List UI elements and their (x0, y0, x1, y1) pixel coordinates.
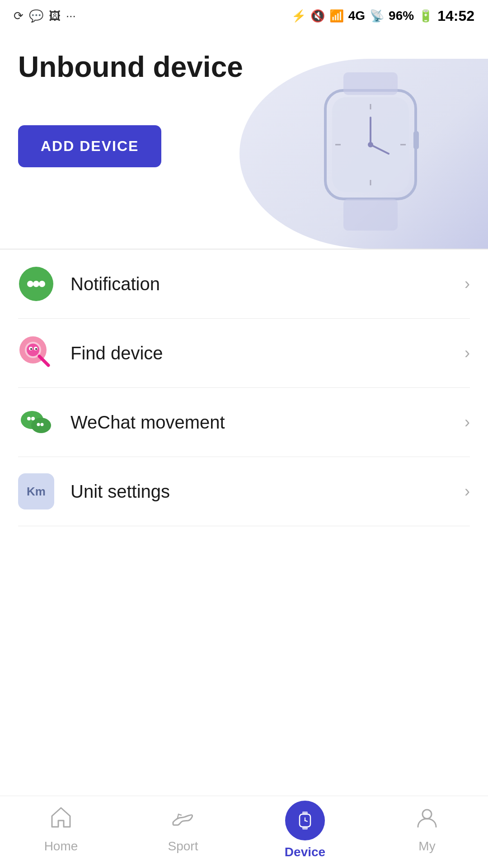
sport-icon (171, 806, 195, 835)
signal-icon: 📡 (370, 9, 384, 23)
menu-item-unit-settings[interactable]: Km Unit settings › (18, 457, 470, 526)
my-icon (415, 806, 439, 835)
unit-settings-icon: Km (18, 473, 54, 509)
watch-face (298, 72, 443, 235)
message-icon: 💬 (29, 9, 43, 23)
my-label: My (418, 839, 435, 854)
mute-icon: 🔇 (310, 9, 325, 23)
wechat-label: WeChat movement (70, 412, 225, 433)
watch-illustration (239, 59, 488, 249)
svg-point-22 (30, 348, 32, 350)
nav-item-sport[interactable]: Sport (122, 806, 244, 858)
nav-item-home[interactable]: Home (0, 806, 122, 858)
wechat-chevron: › (465, 413, 470, 432)
find-device-icon (18, 335, 54, 371)
svg-point-25 (27, 417, 31, 420)
status-bar: ⟳ 💬 🖼 ··· ⚡ 🔇 📶 4G 📡 96% 🔋 14:52 (0, 0, 488, 32)
menu-list: Notification › (0, 250, 488, 526)
status-right-icons: ⚡ 🔇 📶 4G 📡 96% 🔋 14:52 (291, 8, 474, 24)
svg-point-10 (368, 142, 373, 147)
header-section: Unbound device (0, 32, 488, 249)
nav-item-device[interactable]: Device (244, 801, 366, 864)
home-icon (49, 806, 73, 835)
notification-chevron: › (465, 274, 470, 293)
status-left-icons: ⟳ 💬 🖼 ··· (14, 9, 76, 23)
find-device-chevron: › (465, 344, 470, 363)
menu-item-wechat[interactable]: WeChat movement › (18, 388, 470, 457)
svg-rect-11 (413, 131, 419, 149)
svg-rect-32 (302, 826, 308, 830)
sport-label: Sport (168, 839, 198, 854)
bottom-navigation: Home Sport Device (0, 796, 488, 868)
bluetooth-icon: ⚡ (291, 9, 306, 23)
network-label: 4G (348, 9, 365, 23)
svg-point-23 (35, 348, 37, 350)
page-title: Unbound device (18, 50, 470, 85)
svg-point-36 (422, 810, 432, 819)
time-display: 14:52 (437, 8, 474, 24)
svg-rect-2 (343, 199, 398, 231)
device-active-icon (285, 801, 325, 840)
svg-point-35 (305, 820, 306, 821)
add-device-button[interactable]: ADD DEVICE (18, 125, 161, 167)
svg-point-18 (27, 344, 39, 356)
battery-label: 96% (389, 9, 414, 23)
home-label: Home (44, 839, 78, 854)
notification-label: Notification (70, 274, 160, 294)
svg-point-13 (27, 281, 33, 287)
svg-point-29 (41, 423, 44, 426)
wifi-icon: 📶 (329, 9, 344, 23)
menu-item-notification[interactable]: Notification › (18, 250, 470, 319)
clock-icon: ⟳ (14, 9, 23, 23)
nav-item-my[interactable]: My (366, 806, 488, 858)
more-icon: ··· (66, 9, 76, 23)
find-device-label: Find device (70, 343, 163, 363)
svg-point-14 (33, 281, 39, 287)
svg-rect-31 (302, 811, 308, 815)
wechat-icon (18, 404, 54, 440)
svg-point-28 (37, 423, 40, 426)
svg-point-15 (39, 281, 45, 287)
menu-item-find-device[interactable]: Find device › (18, 319, 470, 388)
unit-settings-chevron: › (465, 482, 470, 501)
notification-icon (18, 266, 54, 302)
battery-icon: 🔋 (418, 9, 433, 23)
main-content: Unbound device (0, 32, 488, 526)
unit-settings-label: Unit settings (70, 481, 170, 502)
device-label: Device (285, 845, 325, 859)
image-icon: 🖼 (49, 9, 61, 23)
